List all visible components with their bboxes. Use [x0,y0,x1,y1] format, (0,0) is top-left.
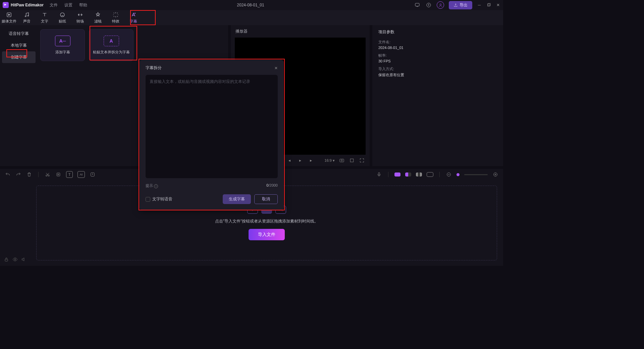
subtitle-text-input[interactable] [146,75,278,178]
subtitle-split-modal: 字幕拆分 ✕ 提示 i 0/2000 文字转语音 生成字幕 取消 [140,60,284,210]
generate-button[interactable]: 生成字幕 [223,194,251,204]
tts-label: 文字转语音 [152,196,172,202]
char-count: 0/2000 [266,183,278,188]
svg-point-11 [341,160,342,161]
minimize-icon[interactable]: ─ [477,3,482,7]
download-icon[interactable] [425,2,432,8]
svg-point-6 [25,16,26,17]
tab-subtitle[interactable]: 字幕 [124,10,142,25]
sidebar-item-create[interactable]: 创建字幕 [2,51,36,63]
fullscreen-icon[interactable] [359,157,365,163]
svg-rect-15 [57,173,60,176]
export-button[interactable]: 导出 [449,1,472,9]
tab-sticker[interactable]: 贴纸 [53,10,71,25]
svg-rect-10 [340,159,344,162]
aspect-ratio[interactable]: 16:9 ▾ [325,158,335,163]
tab-audio[interactable]: 声音 [18,10,36,25]
ai-tool-icon[interactable]: AI [77,171,85,178]
svg-rect-4 [488,3,490,6]
properties-panel: 项目参数 文件名:2024-08-01_01 帧率:30 FPS 导入方式:保留… [372,25,503,166]
user-icon[interactable] [437,1,444,9]
svg-point-8 [60,13,64,17]
dropzone-text: 点击"导入文件"按钮或者从资源区拖拽添加素材到时间线。 [215,218,319,224]
close-icon[interactable]: ✕ [496,3,500,7]
next-frame-icon[interactable]: ▸ [308,157,314,163]
delete-icon[interactable] [26,171,32,178]
modal-title: 字幕拆分 [146,65,162,71]
track-view-1-icon[interactable] [394,172,400,177]
track-view-3-icon[interactable] [416,172,422,177]
svg-point-7 [28,15,29,16]
prev-frame-icon[interactable]: ◂ [286,157,292,163]
visibility-icon[interactable] [12,256,18,262]
titlebar: HitPaw Edimakor 文件 设置 帮助 2024-08-01_01 导… [0,0,503,10]
redo-icon[interactable] [15,171,21,178]
svg-point-2 [440,4,441,5]
svg-rect-3 [488,4,490,6]
tab-text[interactable]: 文字 [36,10,53,25]
menu-file[interactable]: 文件 [50,2,58,8]
svg-rect-17 [378,172,380,175]
import-file-button[interactable]: 导入文件 [249,229,285,240]
play-icon[interactable]: ▸ [297,157,303,163]
paste-text-icon: A [104,36,119,46]
crop-icon[interactable] [349,157,355,163]
app-logo [3,2,9,8]
info-icon: i [154,184,158,188]
svg-rect-0 [415,3,419,6]
tts-checkbox[interactable] [146,197,150,202]
app-name: HitPaw Edimakor [11,3,44,7]
zoom-handle[interactable] [457,173,460,176]
main-menu: 文件 设置 帮助 [50,2,87,8]
zoom-slider[interactable] [464,174,488,175]
subtitle-sidebar: 语音转字幕 本地字幕 创建字幕 [0,25,38,166]
svg-point-9 [135,13,135,13]
modal-hint-label: 提示 i [146,183,158,188]
maximize-icon[interactable] [486,3,491,7]
tab-media[interactable]: 媒体文件 [0,10,18,25]
toolbar: 媒体文件 声音 文字 贴纸 转场 滤镜 特效 字幕 [0,10,503,25]
tab-filter[interactable]: 滤镜 [89,10,107,25]
tab-transition[interactable]: 转场 [71,10,89,25]
lock-track-icon[interactable] [3,256,9,262]
mic-icon[interactable] [376,171,382,178]
add-subtitle-icon: A— [55,36,70,46]
modal-close-icon[interactable]: ✕ [274,66,278,70]
zoom-out-icon[interactable] [446,171,452,178]
mute-track-icon[interactable] [21,256,27,262]
fit-icon[interactable] [427,172,433,177]
project-title: 2024-08-01_01 [87,3,414,7]
svg-point-21 [14,259,16,260]
sidebar-item-speech[interactable]: 语音转字幕 [2,28,36,40]
snapshot-icon[interactable] [339,157,345,163]
menu-settings[interactable]: 设置 [64,2,72,8]
player-header: 播放器 [231,25,370,38]
cut-icon[interactable] [45,171,51,178]
cancel-button[interactable]: 取消 [254,194,278,204]
card-paste-text[interactable]: A 粘贴文本并拆分为字幕 [89,29,133,61]
chat-icon[interactable] [414,2,421,8]
sidebar-item-local[interactable]: 本地字幕 [2,40,36,51]
text-tool-icon[interactable]: T [66,171,73,178]
track-view-2-icon[interactable] [405,172,411,177]
tab-effects[interactable]: 特效 [107,10,124,25]
undo-icon[interactable] [5,171,11,178]
export-clip-icon[interactable] [90,171,96,178]
props-header: 项目参数 [378,29,497,35]
svg-rect-20 [5,259,8,261]
crop-tool-icon[interactable] [55,171,61,178]
card-add-subtitle[interactable]: A— 添加字幕 [40,29,85,61]
menu-help[interactable]: 帮助 [79,2,87,8]
zoom-in-icon[interactable] [492,171,498,178]
svg-rect-12 [350,159,353,162]
